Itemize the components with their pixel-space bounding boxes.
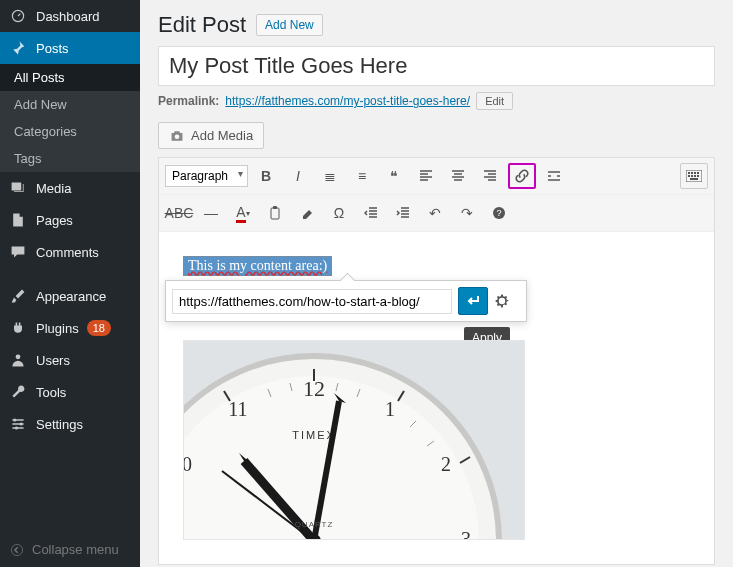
list-ol-icon: ≡ bbox=[358, 168, 366, 184]
link-popup: Apply bbox=[165, 280, 527, 322]
align-left-button[interactable] bbox=[412, 163, 440, 189]
permalink-row: Permalink: https://fatthemes.com/my-post… bbox=[158, 92, 715, 110]
toolbar-toggle-button[interactable] bbox=[680, 163, 708, 189]
help-icon: ? bbox=[492, 206, 506, 220]
svg-rect-12 bbox=[688, 175, 690, 177]
special-char-button[interactable]: Ω bbox=[325, 200, 353, 226]
permalink-label: Permalink: bbox=[158, 94, 219, 108]
svg-point-1 bbox=[16, 354, 21, 359]
redo-button[interactable]: ↷ bbox=[453, 200, 481, 226]
sidebar-item-comments[interactable]: Comments bbox=[0, 236, 140, 268]
list-ul-icon: ≣ bbox=[324, 168, 336, 184]
sidebar-item-plugins[interactable]: Plugins 18 bbox=[0, 312, 140, 344]
hr-button[interactable]: — bbox=[197, 200, 225, 226]
sidebar-item-users[interactable]: Users bbox=[0, 344, 140, 376]
permalink-edit-button[interactable]: Edit bbox=[476, 92, 513, 110]
eraser-icon bbox=[300, 206, 314, 220]
sidebar-item-pages[interactable]: Pages bbox=[0, 204, 140, 236]
selected-text[interactable]: This is my content area:) bbox=[183, 256, 332, 276]
sidebar-item-dashboard[interactable]: Dashboard bbox=[0, 0, 140, 32]
svg-rect-10 bbox=[694, 172, 696, 174]
sidebar-label: Plugins bbox=[36, 321, 79, 336]
quote-icon: ❝ bbox=[390, 168, 398, 184]
admin-sidebar: Dashboard Posts All Posts Add New Catego… bbox=[0, 0, 140, 567]
sidebar-label: Pages bbox=[36, 213, 73, 228]
camera-icon bbox=[169, 129, 185, 143]
text-color-button[interactable]: A ▾ bbox=[229, 200, 257, 226]
apply-link-button[interactable] bbox=[458, 287, 488, 315]
svg-rect-9 bbox=[691, 172, 693, 174]
submenu-add-new[interactable]: Add New bbox=[0, 91, 140, 118]
read-more-button[interactable] bbox=[540, 163, 568, 189]
italic-button[interactable]: I bbox=[284, 163, 312, 189]
clear-format-button[interactable] bbox=[293, 200, 321, 226]
svg-point-4 bbox=[15, 426, 18, 429]
align-left-icon bbox=[419, 169, 433, 183]
svg-rect-13 bbox=[691, 175, 693, 177]
align-right-icon bbox=[483, 169, 497, 183]
align-right-button[interactable] bbox=[476, 163, 504, 189]
user-icon bbox=[10, 352, 28, 368]
undo-button[interactable]: ↶ bbox=[421, 200, 449, 226]
svg-rect-16 bbox=[690, 178, 698, 180]
paste-text-button[interactable] bbox=[261, 200, 289, 226]
sidebar-item-appearance[interactable]: Appearance bbox=[0, 280, 140, 312]
toolbar-row-1: Paragraph B I ≣ ≡ ❝ bbox=[159, 158, 714, 195]
link-url-input[interactable] bbox=[172, 289, 452, 314]
svg-rect-18 bbox=[273, 206, 277, 209]
insert-link-button[interactable] bbox=[508, 163, 536, 189]
sidebar-label: Settings bbox=[36, 417, 83, 432]
indent-button[interactable] bbox=[389, 200, 417, 226]
redo-icon: ↷ bbox=[461, 205, 473, 221]
svg-point-6 bbox=[175, 134, 180, 139]
bold-button[interactable]: B bbox=[252, 163, 280, 189]
sidebar-item-posts[interactable]: Posts bbox=[0, 32, 140, 64]
collapse-menu[interactable]: Collapse menu bbox=[0, 532, 140, 567]
svg-text:2: 2 bbox=[441, 453, 451, 475]
strikethrough-button[interactable]: ABC bbox=[165, 200, 193, 226]
add-media-button[interactable]: Add Media bbox=[158, 122, 264, 149]
submenu-categories[interactable]: Categories bbox=[0, 118, 140, 145]
clipboard-icon bbox=[268, 206, 282, 220]
bullet-list-button[interactable]: ≣ bbox=[316, 163, 344, 189]
submenu-tags[interactable]: Tags bbox=[0, 145, 140, 172]
align-center-button[interactable] bbox=[444, 163, 472, 189]
outdent-icon bbox=[364, 206, 378, 220]
sidebar-item-tools[interactable]: Tools bbox=[0, 376, 140, 408]
permalink-url[interactable]: https://fatthemes.com/my-post-title-goes… bbox=[225, 94, 470, 108]
svg-point-2 bbox=[13, 418, 16, 421]
add-media-label: Add Media bbox=[191, 128, 253, 143]
post-title-input[interactable] bbox=[158, 46, 715, 86]
svg-point-5 bbox=[11, 544, 22, 555]
clock-image[interactable]: 12 1 2 11 10 3 TIMEX bbox=[183, 340, 525, 540]
indent-icon bbox=[396, 206, 410, 220]
sidebar-item-settings[interactable]: Settings bbox=[0, 408, 140, 440]
svg-rect-14 bbox=[694, 175, 696, 177]
help-button[interactable]: ? bbox=[485, 200, 513, 226]
sidebar-item-media[interactable]: Media bbox=[0, 172, 140, 204]
numbered-list-button[interactable]: ≡ bbox=[348, 163, 376, 189]
svg-rect-15 bbox=[697, 175, 699, 177]
editor-content[interactable]: This is my content area:) Apply bbox=[159, 232, 714, 564]
quote-button[interactable]: ❝ bbox=[380, 163, 408, 189]
dashboard-icon bbox=[10, 8, 28, 24]
clock-sub-text: QUARTZ bbox=[295, 520, 334, 529]
svg-rect-11 bbox=[697, 172, 699, 174]
format-select[interactable]: Paragraph bbox=[165, 165, 248, 187]
svg-text:3: 3 bbox=[461, 528, 471, 540]
page-title: Edit Post bbox=[158, 12, 246, 38]
sidebar-label: Posts bbox=[36, 41, 69, 56]
link-settings-button[interactable] bbox=[494, 288, 520, 314]
brush-icon bbox=[10, 288, 28, 304]
gear-icon bbox=[494, 293, 520, 309]
submenu-all-posts[interactable]: All Posts bbox=[0, 64, 140, 91]
sidebar-label: Media bbox=[36, 181, 71, 196]
outdent-button[interactable] bbox=[357, 200, 385, 226]
undo-icon: ↶ bbox=[429, 205, 441, 221]
svg-rect-17 bbox=[271, 208, 279, 219]
add-new-button[interactable]: Add New bbox=[256, 14, 323, 36]
sidebar-label: Dashboard bbox=[36, 9, 100, 24]
svg-text:10: 10 bbox=[184, 453, 192, 475]
collapse-icon bbox=[10, 543, 24, 557]
more-icon bbox=[547, 169, 561, 183]
